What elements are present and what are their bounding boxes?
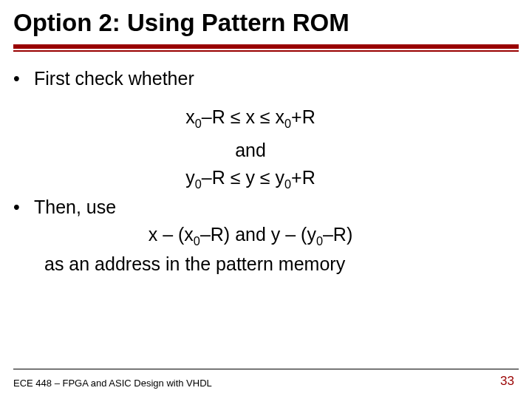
math-sub: 0 xyxy=(284,117,291,130)
math-sub: 0 xyxy=(194,234,200,248)
math-sub: 0 xyxy=(195,117,202,130)
inequality-y: y0–R ≤ y ≤ y0+R xyxy=(13,164,532,193)
math-text: x – (x xyxy=(149,224,194,245)
math-text: y xyxy=(185,167,195,188)
footer-rule xyxy=(13,369,519,369)
footer-left: ECE 448 – FPGA and ASIC Design with VHDL xyxy=(13,378,212,389)
bullet-1: • First check whether xyxy=(13,65,532,93)
bullet-2: • Then, use xyxy=(13,194,532,222)
address-expr: x – (x0–R) and y – (y0–R) xyxy=(13,221,532,250)
closing-text: as an address in the pattern memory xyxy=(13,250,532,279)
bullet-1-text: First check whether xyxy=(34,65,194,93)
page-number: 33 xyxy=(500,374,514,389)
math-sub: 0 xyxy=(195,177,202,191)
inequality-x: x0–R ≤ x ≤ x0+R xyxy=(13,103,532,132)
math-text: +R xyxy=(291,167,316,188)
bullet-2-text: Then, use xyxy=(34,194,116,222)
math-text: –R) and y – (y xyxy=(200,224,316,245)
math-text: –R) xyxy=(323,224,352,245)
and-text: and xyxy=(13,137,532,165)
math-text: x xyxy=(185,106,195,127)
math-text: +R xyxy=(291,106,316,127)
title-underline xyxy=(13,44,519,52)
math-sub: 0 xyxy=(316,234,323,248)
math-text: –R ≤ y ≤ y xyxy=(202,167,284,188)
math-sub: 0 xyxy=(284,177,291,191)
math-text: –R ≤ x ≤ x xyxy=(202,106,284,127)
slide-body: • First check whether x0–R ≤ x ≤ x0+R an… xyxy=(0,52,532,278)
bullet-dot: • xyxy=(13,194,24,222)
slide-title: Option 2: Using Pattern ROM xyxy=(0,0,532,37)
bullet-dot: • xyxy=(13,65,24,93)
